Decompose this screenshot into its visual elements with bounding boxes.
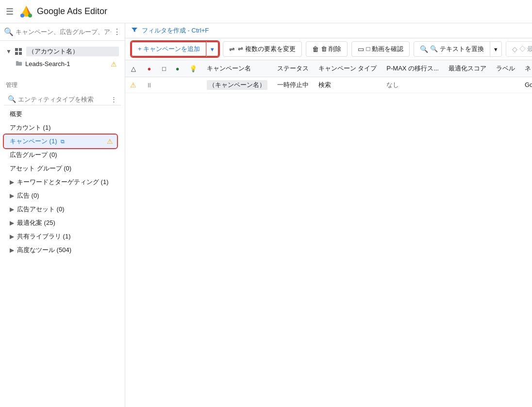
table-row[interactable]: ⚠ ⏸ （キャンペーン名） 一時停止中 検索 なし — [125, 77, 532, 93]
nav-item-assetgroup[interactable]: アセット グループ (0) — [4, 162, 117, 175]
col-warning: △ — [125, 60, 141, 77]
sidebar-campaign-item[interactable]: Leads-Search-1 ⚠ — [4, 58, 121, 69]
row-label — [491, 77, 520, 93]
svg-point-3 — [20, 14, 24, 17]
replace-text-button-group: 🔍 🔍 テキストを置換 ▾ — [414, 41, 502, 57]
nav-item-ads[interactable]: ▶ 広告 (0) — [4, 189, 117, 203]
col-campaign-name[interactable]: キャンペーン名 — [202, 60, 272, 77]
app-title: Google Ads Editor — [37, 6, 107, 17]
row-pause-icon: ⏸ — [141, 77, 157, 93]
sidebar-account-row[interactable]: ▼ （アカウント名） — [4, 45, 121, 58]
add-campaign-dropdown-icon: ▾ — [211, 46, 214, 53]
col-checkbox: □ — [157, 60, 171, 77]
optimize-button-group: ◇ ◇ 最適化案 ▾ — [506, 41, 532, 57]
entity-search-input[interactable] — [18, 96, 109, 103]
campaign-folder-icon — [16, 60, 22, 68]
sidebar-more-icon[interactable]: ⋮ — [113, 27, 121, 36]
nav-item-keywords[interactable]: ▶ キーワードとターゲティング (1) — [4, 175, 117, 189]
svg-rect-7 — [19, 52, 22, 55]
sidebar-management-section: 管理 🔍 ⋮ 概要 アカウント (1) キャンペーン (1) ⧉ ⚠ — [0, 79, 125, 257]
entity-more-icon[interactable]: ⋮ — [111, 96, 117, 103]
svg-rect-5 — [19, 48, 22, 51]
sidebar: 🔍 ⋮ ▼ （アカウント名） — [0, 23, 125, 407]
add-campaign-dropdown-button[interactable]: ▾ — [206, 41, 219, 57]
col-campaign-type[interactable]: キャンペーン タイプ — [314, 60, 382, 77]
app-header: ☰ Google Ads Editor — [0, 0, 532, 23]
row-active-icon — [171, 77, 184, 93]
app-logo — [19, 5, 33, 18]
row-score — [444, 77, 491, 93]
nav-item-shared-library[interactable]: ▶ 共有ライブラリ (1) — [4, 230, 117, 243]
management-title: 管理 — [4, 79, 121, 93]
sidebar-campaign-name: Leads-Search-1 — [25, 60, 108, 68]
svg-rect-4 — [15, 48, 18, 51]
svg-point-2 — [28, 14, 32, 17]
optimize-expand-icon: ▶ — [10, 220, 14, 226]
main-layout: 🔍 ⋮ ▼ （アカウント名） — [0, 23, 532, 407]
replace-text-icon: 🔍 — [420, 45, 428, 53]
col-network[interactable]: ネットワーク — [520, 60, 532, 77]
content-area: フィルタを作成 - Ctrl+F + キャンペーンを追加 ▾ ⇌ ⇌ 複数の要素… — [125, 23, 532, 407]
nav-item-overview[interactable]: 概要 — [4, 107, 117, 121]
actions-toolbar: + キャンペーンを追加 ▾ ⇌ ⇌ 複数の要素を変更 🗑 🗑 削除 ▭ □ 動画… — [125, 38, 532, 60]
row-status: 一時停止中 — [272, 77, 314, 93]
nav-item-account[interactable]: アカウント (1) — [4, 121, 117, 135]
svg-rect-6 — [15, 52, 18, 55]
add-campaign-button[interactable]: + キャンペーンを追加 — [131, 41, 206, 57]
col-optimize-score[interactable]: 最適化スコア — [444, 60, 491, 77]
row-network: Google 検索、... — [520, 77, 532, 93]
row-warn-icon: ⚠ — [125, 77, 141, 93]
row-checkbox — [157, 77, 171, 93]
nav-item-adgroup[interactable]: 広告グループ (0) — [4, 148, 117, 162]
campaign-warn-icon: ⚠ — [111, 60, 117, 68]
row-type: 検索 — [314, 77, 382, 93]
advanced-expand-icon: ▶ — [10, 247, 14, 254]
account-name: （アカウント名） — [26, 47, 119, 56]
col-active: ● — [171, 60, 184, 77]
filter-icon — [131, 27, 138, 35]
row-campaign-name: （キャンペーン名） — [202, 77, 272, 93]
replace-text-button[interactable]: 🔍 🔍 テキストを置換 — [414, 42, 490, 56]
video-check-button[interactable]: ▭ □ 動画を確認 — [351, 41, 409, 57]
nav-item-campaign[interactable]: キャンペーン (1) ⧉ ⚠ — [4, 135, 117, 148]
video-icon: ▭ — [358, 45, 364, 53]
filter-toolbar: フィルタを作成 - Ctrl+F — [125, 23, 532, 38]
add-campaign-button-group: + キャンペーンを追加 ▾ — [131, 41, 219, 57]
nav-item-adassets[interactable]: ▶ 広告アセット (0) — [4, 203, 117, 216]
sidebar-search-icon: 🔍 — [4, 27, 14, 36]
nav-item-optimize[interactable]: ▶ 最適化案 (25) — [4, 216, 117, 230]
ads-expand-icon: ▶ — [10, 192, 14, 199]
campaign-nav-warn-icon: ⚠ — [107, 137, 113, 145]
row-info-icon — [184, 77, 202, 93]
optimize-icon: ◇ — [512, 45, 517, 53]
sidebar-search-area: 🔍 ⋮ — [0, 23, 125, 41]
col-info: 💡 — [184, 60, 202, 77]
delete-icon: 🗑 — [312, 45, 319, 53]
nav-item-advanced-tools[interactable]: ▶ 高度なツール (504) — [4, 243, 117, 257]
svg-rect-9 — [16, 61, 18, 63]
col-error: ● — [141, 60, 157, 77]
replace-text-dropdown-button[interactable]: ▾ — [490, 42, 501, 56]
filter-label[interactable]: フィルタを作成 - Ctrl+F — [142, 26, 209, 35]
campaign-external-icon: ⧉ — [61, 138, 65, 144]
table-header-row: △ ● □ ● 💡 キャンペーン名 ステータス キャンペーン — [125, 60, 532, 77]
col-status[interactable]: ステータス — [272, 60, 314, 77]
shared-expand-icon: ▶ — [10, 233, 14, 240]
optimize-button[interactable]: ◇ ◇ 最適化案 — [506, 42, 532, 56]
adassets-expand-icon: ▶ — [10, 206, 14, 213]
col-label[interactable]: ラベル — [491, 60, 520, 77]
row-pmax: なし — [382, 77, 444, 93]
delete-button[interactable]: 🗑 🗑 削除 — [306, 41, 348, 57]
svg-rect-8 — [16, 62, 22, 66]
entity-search-area: 🔍 ⋮ — [4, 93, 121, 105]
bulk-change-button[interactable]: ⇌ ⇌ 複数の要素を変更 — [223, 41, 302, 57]
replace-text-dropdown-icon: ▾ — [494, 46, 498, 53]
campaigns-table: △ ● □ ● 💡 キャンペーン名 ステータス キャンペーン — [125, 60, 532, 93]
col-pmax[interactable]: P-MAX の移行ス... — [382, 60, 444, 77]
bulk-change-icon: ⇌ — [229, 45, 235, 53]
sidebar-search-input[interactable] — [16, 28, 111, 35]
keywords-expand-icon: ▶ — [10, 179, 14, 186]
account-grid-icon — [15, 48, 22, 55]
menu-icon[interactable]: ☰ — [6, 6, 14, 17]
sidebar-account-section: ▼ （アカウント名） Leads-Search-1 ⚠ — [0, 41, 125, 71]
